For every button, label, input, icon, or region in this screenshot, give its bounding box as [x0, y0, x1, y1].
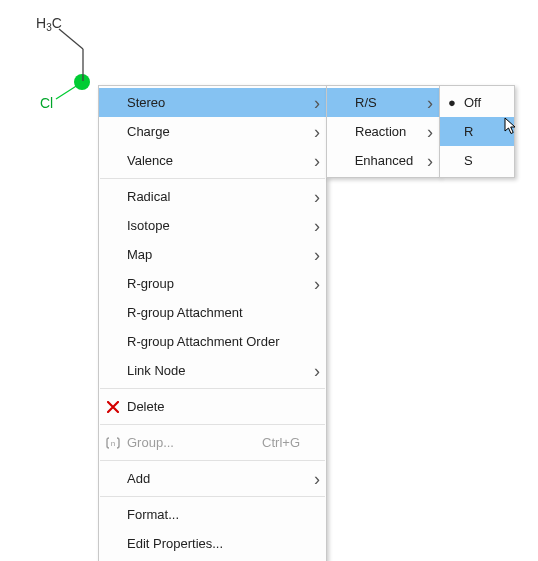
chevron-right-icon: › [421, 125, 439, 139]
menu-item-label: Link Node [127, 363, 308, 378]
menu-item-valence[interactable]: Valence› [99, 146, 326, 175]
menu-separator [100, 424, 325, 425]
menu-item-label: Isotope [127, 218, 308, 233]
chevron-right-icon: › [308, 364, 326, 378]
chevron-right-icon: › [308, 472, 326, 486]
menu-item-r[interactable]: R [440, 117, 514, 146]
menu-item-label: Map [127, 247, 308, 262]
stereo-submenu[interactable]: R/S›Reaction›Enhanced› [326, 85, 440, 178]
menu-item-r-group[interactable]: R-group› [99, 269, 326, 298]
menu-separator [100, 496, 325, 497]
menu-item-r-group-attachment[interactable]: R-group Attachment [99, 298, 326, 327]
menu-item-r-s[interactable]: R/S› [327, 88, 439, 117]
menu-item-group: nGroup...Ctrl+G [99, 428, 326, 457]
menu-item-label: Stereo [127, 95, 308, 110]
menu-item-label: Add [127, 471, 308, 486]
group-icon: n [99, 437, 127, 449]
bond-to-cl [56, 83, 81, 99]
rs-submenu[interactable]: ●OffRS [439, 85, 515, 178]
menu-item-label: Valence [127, 153, 308, 168]
menu-item-label: Charge [127, 124, 308, 139]
menu-item-format[interactable]: Format... [99, 500, 326, 529]
bond [59, 29, 83, 49]
chevron-right-icon: › [308, 125, 326, 139]
menu-item-label: Delete [127, 399, 308, 414]
menu-item-label: R-group [127, 276, 308, 291]
menu-item-label: Group... [127, 435, 262, 450]
chevron-right-icon: › [308, 96, 326, 110]
menu-item-label: R-group Attachment [127, 305, 308, 320]
chevron-right-icon: › [308, 154, 326, 168]
menu-separator [100, 388, 325, 389]
menu-item-accelerator: Ctrl+G [262, 435, 308, 450]
atom-label-cl: Cl [40, 95, 53, 111]
menu-item-label: Enhanced [355, 153, 422, 168]
chevron-right-icon: › [308, 277, 326, 291]
menu-item-s[interactable]: S [440, 146, 514, 175]
menu-item-label: R [464, 124, 496, 139]
svg-text:n: n [111, 439, 115, 448]
menu-item-enhanced[interactable]: Enhanced› [327, 146, 439, 175]
chevron-right-icon: › [308, 190, 326, 204]
atom-label-h3c: H3C [36, 15, 62, 33]
menu-item-charge[interactable]: Charge› [99, 117, 326, 146]
menu-item-stereo[interactable]: Stereo› [99, 88, 326, 117]
chevron-right-icon: › [421, 154, 439, 168]
menu-item-label: S [464, 153, 496, 168]
menu-item-r-group-attachment-order[interactable]: R-group Attachment Order [99, 327, 326, 356]
menu-item-label: Format... [127, 507, 308, 522]
menu-item-label: Off [464, 95, 496, 110]
menu-item-map[interactable]: Map› [99, 240, 326, 269]
chevron-right-icon: › [308, 219, 326, 233]
menu-item-add[interactable]: Add› [99, 464, 326, 493]
delete-icon [99, 401, 127, 413]
app-canvas: H3C Cl Stereo›Charge›Valence›Radical›Iso… [0, 0, 538, 561]
context-menu[interactable]: Stereo›Charge›Valence›Radical›Isotope›Ma… [98, 85, 327, 561]
menu-item-label: R/S [355, 95, 421, 110]
menu-item-label: Edit Properties... [127, 536, 308, 551]
chevron-right-icon: › [421, 96, 439, 110]
menu-item-isotope[interactable]: Isotope› [99, 211, 326, 240]
menu-item-edit-properties[interactable]: Edit Properties... [99, 529, 326, 558]
menu-item-off[interactable]: ●Off [440, 88, 514, 117]
menu-item-label: Radical [127, 189, 308, 204]
selected-indicator-icon: ● [440, 95, 464, 110]
menu-item-label: R-group Attachment Order [127, 334, 308, 349]
menu-item-link-node[interactable]: Link Node› [99, 356, 326, 385]
menu-item-reaction[interactable]: Reaction› [327, 117, 439, 146]
menu-separator [100, 460, 325, 461]
stereocenter-highlight [74, 74, 90, 90]
menu-item-label: Reaction [355, 124, 421, 139]
chevron-right-icon: › [308, 248, 326, 262]
menu-item-delete[interactable]: Delete [99, 392, 326, 421]
menu-item-radical[interactable]: Radical› [99, 182, 326, 211]
menu-separator [100, 178, 325, 179]
